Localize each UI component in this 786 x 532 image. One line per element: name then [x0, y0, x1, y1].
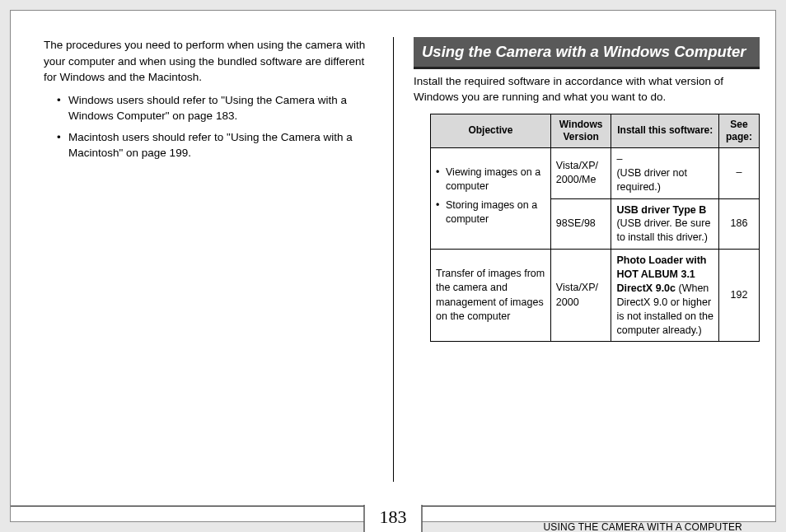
cell-version: Vista/XP/ 2000/Me — [550, 147, 611, 198]
obj-item: Storing images on a computer — [436, 198, 545, 226]
cell-software: – (USB driver not required.) — [611, 147, 719, 198]
bullet-windows: Windows users should refer to "Using the… — [57, 92, 373, 124]
software-bold: DirectX 9.0c — [616, 282, 676, 294]
software-bold: USB driver Type B — [616, 204, 706, 216]
th-software: Install this software: — [611, 114, 719, 147]
cell-page: – — [719, 147, 760, 198]
intro-paragraph: The procedures you need to perform when … — [44, 37, 373, 86]
software-note: (USB driver not required.) — [616, 167, 686, 193]
th-objective: Objective — [431, 114, 551, 147]
section-title: Using the Camera with a Windows Computer — [414, 37, 760, 69]
left-column: The procedures you need to perform when … — [44, 37, 373, 465]
cell-software: Photo Loader with HOT ALBUM 3.1 DirectX … — [611, 250, 719, 342]
software-dash: – — [616, 153, 622, 165]
cell-software: USB driver Type B (USB driver. Be sure t… — [611, 198, 719, 250]
cell-page: 186 — [719, 198, 760, 250]
software-table: Objective Windows Version Install this s… — [430, 114, 760, 343]
right-column: Using the Camera with a Windows Computer… — [414, 37, 760, 465]
th-page: See page: — [719, 114, 760, 147]
cell-objective-viewing-storing: Viewing images on a computer Storing ima… — [431, 147, 551, 249]
page-footer: 183 USING THE CAMERA WITH A COMPUTER — [11, 506, 775, 511]
table-row: Viewing images on a computer Storing ima… — [431, 147, 760, 198]
obj-item: Viewing images on a computer — [436, 166, 545, 194]
table-header-row: Objective Windows Version Install this s… — [431, 114, 760, 147]
software-note: (USB driver. Be sure to install this dri… — [616, 217, 710, 243]
bullet-macintosh: Macintosh users should refer to "Using t… — [57, 129, 373, 161]
th-version: Windows Version — [550, 114, 611, 147]
table-row: Transfer of images from the camera and m… — [431, 250, 760, 342]
two-column-layout: The procedures you need to perform when … — [44, 37, 742, 465]
cell-objective-transfer: Transfer of images from the camera and m… — [431, 250, 551, 342]
cell-version: 98SE/98 — [550, 198, 611, 250]
document-page: The procedures you need to perform when … — [10, 10, 776, 522]
right-intro: Install the required software in accorda… — [414, 74, 760, 105]
cell-version: Vista/XP/ 2000 — [550, 250, 611, 342]
column-divider — [393, 37, 394, 482]
page-number: 183 — [364, 505, 423, 532]
platform-bullet-list: Windows users should refer to "Using the… — [57, 92, 373, 161]
software-bold: Photo Loader with HOT ALBUM 3.1 — [616, 254, 706, 280]
running-title: USING THE CAMERA WITH A COMPUTER — [543, 521, 742, 532]
cell-page: 192 — [719, 250, 760, 342]
